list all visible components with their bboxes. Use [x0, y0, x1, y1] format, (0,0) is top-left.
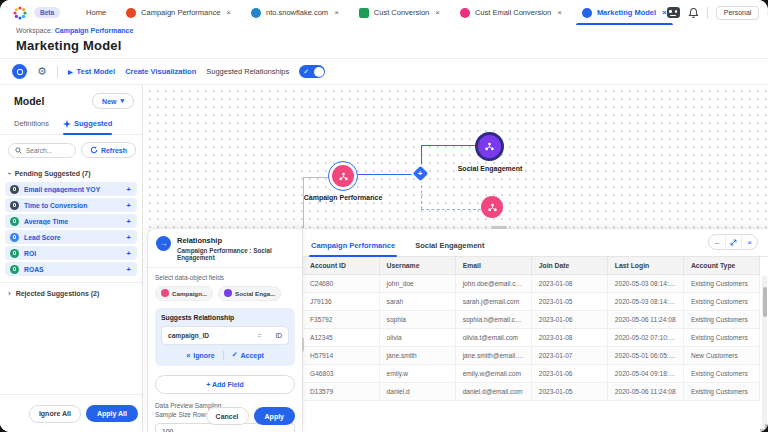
table-row[interactable]: H57914jane.smithjane.smith@email.com2023… — [303, 347, 760, 365]
ignore-button[interactable]: × Ignore — [186, 352, 214, 359]
new-button[interactable]: New ▾ — [92, 93, 134, 109]
apply-all-button[interactable]: Apply All — [86, 405, 138, 422]
chip-social[interactable]: Social Enga... — [218, 286, 281, 301]
tab-suggested[interactable]: Suggested — [63, 115, 112, 134]
personal-workspace-button[interactable]: Personal — [716, 6, 760, 20]
divider — [223, 351, 224, 360]
close-icon[interactable]: × — [334, 8, 339, 17]
close-icon[interactable]: × — [741, 235, 757, 249]
spreadsheet-icon — [359, 8, 369, 18]
refresh-button[interactable]: Refresh — [81, 142, 136, 158]
tab-home[interactable]: Home — [86, 0, 106, 25]
search-input[interactable] — [26, 147, 66, 154]
metric-icon — [10, 201, 19, 210]
node-social-engagement[interactable] — [475, 132, 504, 161]
node-label: Social Engagement — [430, 165, 550, 172]
add-icon[interactable]: + — [126, 185, 131, 194]
create-visualization-button[interactable]: Create Visualization — [125, 67, 196, 76]
resize-corner[interactable] — [760, 424, 767, 431]
tab-definitions[interactable]: Definitions — [14, 115, 49, 134]
search-icon — [15, 147, 22, 154]
notifications-bell-icon[interactable] — [688, 7, 699, 19]
pending-suggestions-list: Email engagement YOY + Time to Conversio… — [0, 182, 142, 276]
list-item-roas[interactable]: ROAS + — [5, 262, 137, 276]
table-row[interactable]: G46803emily.wemily.w@email.com2023-01-06… — [303, 365, 760, 383]
column-header[interactable]: Last Login — [607, 257, 683, 275]
tab-marketing-model[interactable]: Marketing Model × — [582, 0, 667, 25]
add-icon[interactable]: + — [126, 217, 131, 226]
list-item-email-engagement-yoy[interactable]: Email engagement YOY + — [5, 182, 137, 196]
table-row[interactable]: A12345oliviaolivia.t@email.com2023-01-08… — [303, 329, 760, 347]
right-field: ID — [275, 332, 282, 339]
table-row[interactable]: C24680john_doejohn.doe@email.com2023-01-… — [303, 275, 760, 293]
app-logo-icon — [12, 5, 28, 21]
close-icon[interactable]: × — [226, 8, 231, 17]
snowflake-icon — [251, 8, 261, 18]
sidebar-title: Model — [14, 95, 44, 107]
column-header[interactable]: Account ID — [303, 257, 379, 275]
gear-icon[interactable]: ⚙ — [37, 66, 47, 77]
column-header[interactable]: Account Type — [683, 257, 759, 275]
add-icon[interactable]: + — [126, 249, 131, 258]
table-scrollbar[interactable] — [762, 275, 767, 428]
add-icon[interactable]: + — [126, 201, 131, 210]
pending-suggested-header[interactable]: › Pending Suggested (7) — [0, 164, 142, 182]
list-item-lead-score[interactable]: Lead Score + — [5, 230, 137, 244]
drag-handle[interactable] — [491, 226, 507, 229]
preview-table: Account ID Username Email Join Date Last… — [303, 257, 760, 401]
list-item-time-to-conversion[interactable]: Time to Conversion + — [5, 198, 137, 212]
model-blue-icon — [582, 8, 592, 18]
scrollbar-thumb[interactable] — [763, 287, 767, 317]
workspace-label: Workspace: — [16, 27, 53, 34]
table-row[interactable]: F35792sophiasophia.h@email.com2023-01-06… — [303, 311, 760, 329]
chevron-down-icon: › — [5, 172, 14, 175]
minimize-icon[interactable]: – — [709, 235, 725, 249]
add-icon[interactable]: + — [126, 265, 131, 274]
tab-preview-social-engagement[interactable]: Social Engagement — [413, 238, 486, 256]
sidebar-footer: Ignore All Apply All — [0, 394, 142, 432]
test-model-button[interactable]: ▶ Test Model — [68, 67, 115, 76]
expand-icon[interactable] — [725, 235, 741, 249]
close-icon[interactable]: × — [435, 8, 440, 17]
tab-preview-campaign-performance[interactable]: Campaign Performance — [309, 238, 397, 256]
node-campaign-performance[interactable] — [328, 161, 358, 191]
cancel-button[interactable]: Cancel — [206, 407, 249, 425]
column-header[interactable]: Email — [455, 257, 531, 275]
relationship-edge — [357, 174, 419, 175]
tab-cust-conversion[interactable]: Cust Conversion × — [359, 0, 440, 25]
column-header[interactable]: Username — [379, 257, 455, 275]
add-icon[interactable]: + — [126, 233, 131, 242]
suggests-title: Suggests Relationship — [161, 314, 289, 321]
metric-icon — [10, 265, 19, 274]
list-item-average-time[interactable]: Average Time + — [5, 214, 137, 228]
workspace-link[interactable]: Campaign Performance — [55, 27, 134, 34]
field-mapping[interactable]: campaign_ID = ID — [161, 326, 289, 345]
chip-campaign[interactable]: Campaign... — [155, 286, 213, 301]
relationship-panel: → Relationship Campaign Performance : So… — [147, 228, 302, 432]
list-item-roi[interactable]: ROI + — [5, 246, 137, 260]
select-fields-label: Select data-object fields — [155, 274, 295, 281]
model-icon-button[interactable] — [12, 64, 27, 79]
sidebar-tabs: Definitions Suggested — [0, 115, 142, 135]
accept-button[interactable]: ✓ Accept — [232, 351, 264, 359]
column-header[interactable]: Join Date — [531, 257, 607, 275]
tab-snowflake[interactable]: nto.snowflake.com × — [251, 0, 339, 25]
page-title: Marketing Model — [16, 38, 122, 53]
tab-campaign-performance[interactable]: Campaign Performance × — [126, 0, 231, 25]
dataset-icon — [332, 165, 354, 187]
add-field-button[interactable]: + Add Field — [155, 375, 295, 394]
table-row[interactable]: J79136sarahsarah.j@email.com2023-01-0520… — [303, 293, 760, 311]
node-suggested-dataset[interactable] — [481, 196, 503, 218]
metric-icon — [10, 249, 19, 258]
table-row[interactable]: D13579daniel.ddaniel.d@email.com2023-01-… — [303, 383, 760, 401]
apply-button[interactable]: Apply — [254, 407, 295, 425]
tab-cust-email-conversion[interactable]: Cust Email Conversion × — [460, 0, 562, 25]
ignore-all-button[interactable]: Ignore All — [29, 405, 81, 423]
suggested-edge-dashed — [421, 180, 422, 209]
metric-icon — [10, 233, 19, 242]
suggested-relationships-toggle[interactable]: ✓ — [299, 65, 325, 78]
assistant-bot-icon[interactable] — [667, 7, 680, 18]
rejected-suggestions-header[interactable]: › Rejected Suggestions (2) — [0, 282, 142, 304]
join-node-button[interactable]: + — [413, 166, 429, 182]
close-icon[interactable]: × — [557, 8, 562, 17]
